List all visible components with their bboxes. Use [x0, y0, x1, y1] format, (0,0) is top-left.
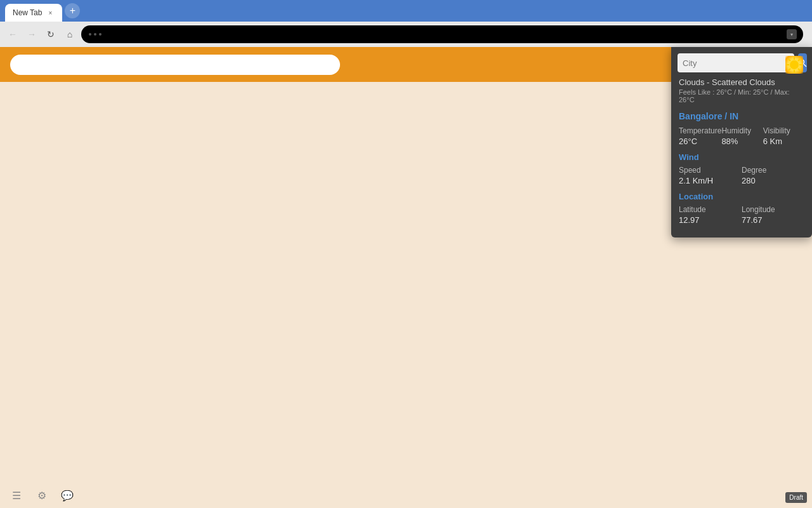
humidity-value: 88%	[721, 137, 763, 146]
humidity-label: Humidity	[721, 126, 763, 135]
svg-line-6	[798, 69, 800, 70]
dot	[94, 33, 96, 36]
speed-label: Speed	[679, 166, 742, 175]
speed-value: 2.1 Km/H	[679, 176, 742, 185]
tab-label: New Tab	[13, 8, 42, 17]
chat-icon[interactable]: 💬	[61, 489, 74, 502]
refresh-button[interactable]: ↻	[43, 27, 58, 42]
longitude-col: Longitude 77.67	[742, 205, 804, 225]
active-tab[interactable]: New Tab ×	[5, 4, 62, 22]
latitude-value: 12.97	[679, 215, 742, 225]
tab-close-icon[interactable]: ×	[46, 8, 55, 17]
dot	[89, 33, 91, 36]
degree-col: Degree 280	[742, 166, 804, 185]
sun-svg	[785, 56, 803, 74]
weather-feels: Feels Like : 26°C / Min: 25°C / Max: 26°…	[679, 88, 804, 104]
new-tab-button[interactable]: +	[65, 3, 80, 18]
svg-line-5	[789, 59, 790, 61]
sun-icon	[785, 56, 803, 74]
list-icon[interactable]: ☰	[10, 489, 23, 502]
location-section-title: Location	[679, 192, 804, 201]
svg-line-8	[789, 69, 790, 70]
weather-icon-area[interactable]	[782, 47, 807, 82]
speed-col: Speed 2.1 Km/H	[679, 166, 742, 185]
latitude-col: Latitude 12.97	[679, 205, 742, 225]
latitude-label: Latitude	[679, 205, 742, 214]
tab-bar: New Tab × +	[5, 0, 80, 22]
new-tab-search-area[interactable]	[10, 55, 340, 75]
forward-button[interactable]: →	[24, 27, 39, 42]
weather-stats-row: Temperature 26°C Humidity 88% Visibility…	[679, 126, 804, 146]
dot	[99, 33, 102, 36]
city-search-input[interactable]	[678, 53, 794, 72]
longitude-label: Longitude	[742, 205, 804, 214]
home-button[interactable]: ⌂	[62, 27, 77, 42]
degree-label: Degree	[742, 166, 804, 175]
draft-badge: Draft	[785, 492, 807, 503]
svg-point-0	[790, 60, 799, 69]
degree-value: 280	[742, 176, 804, 185]
visibility-col: Visibility 6 Km	[763, 126, 804, 146]
location-stats-row: Latitude 12.97 Longitude 77.67	[679, 205, 804, 225]
weather-body: Clouds - Scattered Clouds Feels Like : 2…	[671, 77, 812, 225]
weather-city: Bangalore / IN	[679, 111, 804, 121]
address-dots	[89, 33, 102, 36]
back-button[interactable]: ←	[5, 27, 20, 42]
temperature-value: 26°C	[679, 137, 721, 146]
address-dropdown-icon[interactable]: ▾	[787, 29, 797, 39]
address-bar[interactable]: ▾	[81, 25, 803, 43]
wind-section-title: Wind	[679, 152, 804, 162]
humidity-col: Humidity 88%	[721, 126, 763, 146]
svg-line-7	[798, 59, 800, 61]
temperature-col: Temperature 26°C	[679, 126, 721, 146]
visibility-value: 6 Km	[763, 137, 804, 146]
visibility-label: Visibility	[763, 126, 804, 135]
gear-icon[interactable]: ⚙	[36, 489, 48, 502]
browser-chrome: New Tab × +	[0, 0, 812, 22]
longitude-value: 77.67	[742, 215, 804, 225]
wind-stats-row: Speed 2.1 Km/H Degree 280	[679, 166, 804, 185]
nav-bar: ← → ↻ ⌂ ▾	[0, 22, 812, 47]
temperature-label: Temperature	[679, 126, 721, 135]
bottom-toolbar: ☰ ⚙ 💬	[0, 483, 812, 508]
